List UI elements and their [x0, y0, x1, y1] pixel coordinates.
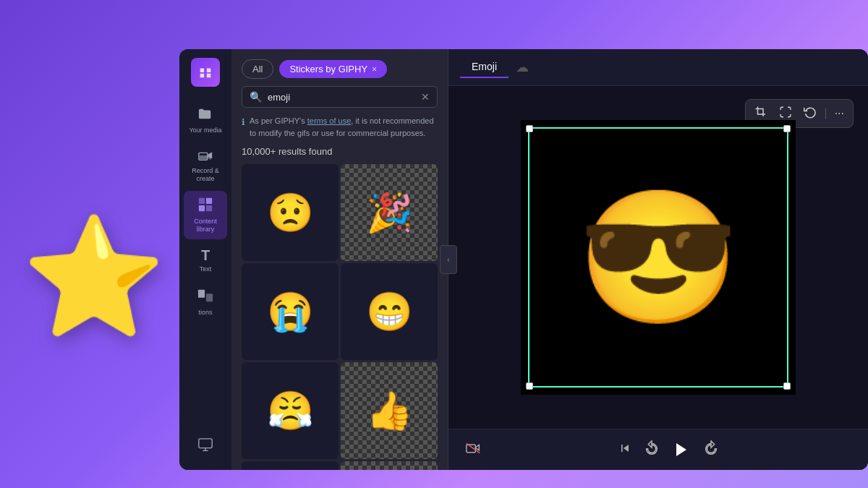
selection-handle-br[interactable]: [783, 382, 791, 390]
tab-all[interactable]: All: [242, 59, 273, 79]
main-emoji-display: 😎: [577, 192, 740, 322]
library-icon: [197, 197, 213, 215]
sticker-item[interactable]: 📄: [341, 461, 438, 470]
svg-rect-5: [206, 205, 212, 211]
sticker-item[interactable]: 👍: [341, 362, 438, 459]
play-button[interactable]: [668, 437, 694, 463]
more-options-button[interactable]: ···: [832, 106, 847, 121]
svg-rect-2: [199, 198, 205, 204]
tab-close-icon[interactable]: ×: [372, 64, 377, 74]
filter-panel-wrapper: All Stickers by GIPHY × 🔍 ✕ ℹ As per GIP…: [231, 49, 448, 470]
camera-off-button[interactable]: [463, 439, 483, 461]
skip-back-button[interactable]: [615, 438, 635, 462]
canvas-area: Emoji ☁: [448, 49, 868, 470]
collapse-panel-button[interactable]: ‹: [440, 245, 457, 274]
app-logo[interactable]: [191, 58, 220, 87]
video-icon: [197, 149, 213, 164]
bottom-center-controls: [615, 437, 722, 463]
sidebar-item-record-create[interactable]: Record & create: [184, 143, 227, 189]
sticker-item[interactable]: 😟: [242, 164, 339, 261]
transitions-icon: [197, 288, 213, 306]
app-container: Your media Record & create: [179, 49, 868, 470]
svg-marker-11: [676, 443, 686, 456]
selection-handle-tr[interactable]: [783, 125, 791, 132]
sidebar-item-your-media[interactable]: Your media: [184, 101, 227, 140]
svg-rect-3: [206, 198, 212, 204]
forward5-button[interactable]: [700, 437, 722, 463]
sidebar-item-label: tions: [198, 309, 212, 317]
search-input[interactable]: [268, 92, 415, 103]
sticker-item[interactable]: 💯: [242, 461, 339, 470]
sidebar-item-label: Your media: [189, 127, 221, 134]
svg-rect-6: [198, 290, 205, 298]
sticker-item[interactable]: 🎉: [341, 164, 438, 261]
search-bar: 🔍 ✕: [242, 86, 438, 108]
folder-icon: [197, 107, 213, 124]
tab-stickers-giphy[interactable]: Stickers by GIPHY ×: [279, 60, 387, 78]
canvas-topbar: Emoji ☁: [448, 49, 868, 86]
rotate-tool-button[interactable]: [801, 104, 820, 123]
sticker-item[interactable]: 😁: [341, 263, 438, 360]
info-icon: ℹ: [242, 116, 245, 139]
search-icon: 🔍: [250, 91, 262, 103]
search-clear-icon[interactable]: ✕: [421, 91, 430, 103]
cloud-icon: ☁: [516, 59, 529, 75]
canvas-black[interactable]: 😎: [521, 120, 796, 395]
sticker-item[interactable]: 😭: [242, 263, 339, 360]
selection-handle-bl[interactable]: [526, 382, 533, 390]
sidebar-item-label: Text: [200, 265, 212, 273]
sticker-item[interactable]: 😤: [242, 362, 339, 459]
bottom-left-controls: [463, 439, 483, 461]
sidebar: Your media Record & create: [179, 49, 231, 470]
star-decoration: ⭐: [22, 210, 166, 346]
terms-link[interactable]: terms of use: [307, 116, 352, 125]
results-count: 10,000+ results found: [231, 146, 448, 164]
bottom-nav-icon: [197, 437, 213, 455]
filter-panel: All Stickers by GIPHY × 🔍 ✕ ℹ As per GIP…: [231, 49, 448, 470]
svg-rect-7: [206, 294, 213, 301]
svg-rect-4: [199, 205, 205, 211]
tab-emoji[interactable]: Emoji: [460, 56, 509, 78]
text-icon: T: [201, 248, 210, 262]
sidebar-item-text[interactable]: T Text: [184, 242, 227, 279]
giphy-notice: ℹ As per GIPHY's terms of use, it is not…: [242, 115, 438, 139]
sidebar-item-transitions[interactable]: tions: [184, 282, 227, 322]
sidebar-item-label: Record & create: [187, 167, 224, 183]
canvas-workspace[interactable]: ··· 😎: [448, 86, 868, 429]
sidebar-item-content-library[interactable]: Content library: [184, 191, 227, 239]
canvas-bottom: [448, 429, 868, 470]
replay5-button[interactable]: [641, 437, 663, 463]
svg-rect-8: [199, 439, 212, 448]
sidebar-item-bottom[interactable]: [184, 432, 227, 461]
toolbar-divider: [825, 108, 826, 119]
selection-handle-tl[interactable]: [526, 125, 533, 132]
filter-tabs: All Stickers by GIPHY ×: [231, 49, 448, 86]
sidebar-item-label: Content library: [187, 218, 224, 234]
sticker-grid: 😟 🎉 😭 😁 😤 👍 💯 📄: [231, 164, 448, 470]
